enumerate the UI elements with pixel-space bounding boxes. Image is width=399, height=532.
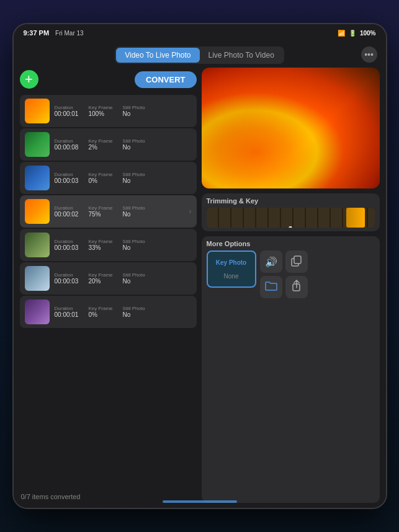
file-thumbnail bbox=[25, 99, 50, 123]
meta-label: Duration bbox=[55, 138, 79, 144]
file-thumbnail bbox=[25, 233, 50, 257]
meta-label: Still Photo bbox=[123, 306, 145, 311]
tab-bar: Video To Live Photo Live Photo To Video … bbox=[14, 42, 386, 68]
folder-option-button[interactable] bbox=[260, 276, 282, 298]
file-thumbnail bbox=[25, 299, 50, 324]
meta-value: No bbox=[123, 144, 145, 151]
convert-button[interactable]: CONVERT bbox=[135, 71, 197, 88]
meta-group: Key Frame0% bbox=[88, 306, 112, 318]
file-meta: Duration00:00:03Key Frame0%Still PhotoNo bbox=[55, 172, 192, 184]
trim-filmstrip bbox=[207, 208, 375, 228]
main-content: + CONVERT Duration00:00:01Key Frame100%S… bbox=[14, 68, 386, 508]
status-left: 9:37 PM Fri Mar 13 bbox=[24, 29, 84, 37]
meta-label: Still Photo bbox=[123, 172, 145, 177]
meta-label: Still Photo bbox=[123, 205, 145, 211]
meta-value: No bbox=[123, 110, 145, 117]
meta-value: 00:00:03 bbox=[55, 177, 79, 184]
meta-label: Duration bbox=[55, 172, 79, 177]
meta-value: 100% bbox=[88, 110, 112, 117]
meta-group: Still PhotoNo bbox=[123, 138, 145, 151]
meta-value: No bbox=[123, 244, 145, 251]
preview-area bbox=[202, 68, 380, 188]
home-indicator bbox=[163, 500, 237, 503]
folder-icon bbox=[265, 281, 277, 293]
key-photo-box[interactable]: Key Photo None bbox=[207, 250, 256, 288]
file-meta: Duration00:00:08Key Frame2%Still PhotoNo bbox=[55, 138, 192, 151]
meta-label: Key Frame bbox=[88, 138, 112, 144]
meta-value: 00:00:01 bbox=[55, 110, 79, 117]
meta-label: Duration bbox=[55, 272, 79, 278]
file-meta: Duration00:00:01Key Frame0%Still PhotoNo bbox=[55, 306, 192, 318]
meta-label: Key Frame bbox=[88, 306, 112, 311]
more-options-section: More Options Key Photo None 🔊 bbox=[202, 236, 380, 503]
meta-value: No bbox=[123, 211, 145, 218]
meta-label: Duration bbox=[55, 205, 79, 211]
meta-group: Duration00:00:01 bbox=[55, 306, 79, 318]
file-item[interactable]: Duration00:00:03Key Frame20%Still PhotoN… bbox=[20, 262, 197, 295]
meta-value: No bbox=[123, 311, 145, 318]
meta-value: No bbox=[123, 177, 145, 184]
file-item[interactable]: Duration00:00:03Key Frame33%Still PhotoN… bbox=[20, 229, 197, 261]
meta-label: Still Photo bbox=[123, 105, 145, 110]
options-buttons: 🔊 bbox=[260, 250, 308, 298]
fire-overlay bbox=[202, 68, 380, 188]
copy-option-button[interactable] bbox=[285, 250, 308, 273]
meta-group: Still PhotoNo bbox=[123, 172, 145, 184]
trimming-title: Trimming & Key bbox=[207, 197, 375, 205]
share-option-button[interactable] bbox=[285, 276, 308, 298]
file-item[interactable]: Duration00:00:08Key Frame2%Still PhotoNo bbox=[20, 128, 197, 161]
meta-group: Key Frame100% bbox=[88, 105, 112, 117]
meta-label: Still Photo bbox=[123, 272, 145, 278]
file-meta: Duration00:00:03Key Frame33%Still PhotoN… bbox=[55, 239, 192, 251]
more-options-title: More Options bbox=[207, 240, 375, 247]
meta-group: Duration00:00:03 bbox=[55, 272, 79, 285]
battery-pct: 100% bbox=[360, 30, 376, 37]
more-button[interactable]: ••• bbox=[361, 47, 377, 63]
meta-group: Key Frame20% bbox=[88, 272, 112, 285]
file-item[interactable]: Duration00:00:01Key Frame0%Still PhotoNo bbox=[20, 296, 197, 328]
tab-video-to-live[interactable]: Video To Live Photo bbox=[116, 48, 199, 63]
copy-icon bbox=[291, 255, 302, 268]
file-meta: Duration00:00:01Key Frame100%Still Photo… bbox=[55, 105, 192, 117]
file-meta: Duration00:00:02Key Frame75%Still PhotoN… bbox=[55, 205, 184, 218]
meta-label: Key Frame bbox=[88, 239, 112, 244]
status-right: 📶 🔋 100% bbox=[338, 30, 376, 37]
chevron-right-icon: › bbox=[189, 207, 192, 216]
add-button[interactable]: + bbox=[20, 70, 38, 89]
meta-group: Still PhotoNo bbox=[123, 306, 145, 318]
battery-icon: 🔋 bbox=[349, 30, 356, 37]
meta-value: 75% bbox=[88, 211, 112, 218]
right-panel: Trimming & Key More Options Key Photo bbox=[202, 68, 380, 503]
file-item[interactable]: Duration00:00:02Key Frame75%Still PhotoN… bbox=[20, 195, 197, 228]
meta-group: Duration00:00:03 bbox=[55, 172, 79, 184]
toolbar: + CONVERT bbox=[20, 68, 197, 91]
fire-preview bbox=[202, 68, 380, 188]
meta-value: 2% bbox=[88, 144, 112, 151]
meta-label: Key Frame bbox=[88, 172, 112, 177]
meta-group: Still PhotoNo bbox=[123, 205, 145, 218]
trim-indicator bbox=[289, 226, 292, 228]
ipad-frame: 9:37 PM Fri Mar 13 📶 🔋 100% Video To Liv… bbox=[14, 24, 386, 508]
meta-value: 00:00:03 bbox=[55, 278, 79, 285]
audio-option-button[interactable]: 🔊 bbox=[260, 250, 282, 273]
meta-group: Key Frame0% bbox=[88, 172, 112, 184]
meta-label: Still Photo bbox=[123, 138, 145, 144]
meta-label: Key Frame bbox=[88, 272, 112, 278]
date: Fri Mar 13 bbox=[55, 30, 84, 37]
file-meta: Duration00:00:03Key Frame20%Still PhotoN… bbox=[55, 272, 192, 285]
meta-group: Key Frame33% bbox=[88, 239, 112, 251]
none-label: None bbox=[224, 273, 239, 280]
file-thumbnail bbox=[25, 166, 50, 190]
meta-label: Key Frame bbox=[88, 205, 112, 211]
meta-value: 00:00:01 bbox=[55, 311, 79, 318]
file-list: Duration00:00:01Key Frame100%Still Photo… bbox=[20, 95, 197, 484]
meta-value: 00:00:02 bbox=[55, 211, 79, 218]
key-photo-label: Key Photo bbox=[216, 259, 246, 266]
tab-live-to-video[interactable]: Live Photo To Video bbox=[200, 48, 283, 63]
meta-label: Duration bbox=[55, 105, 79, 110]
trim-highlight bbox=[346, 208, 365, 228]
trim-track[interactable] bbox=[207, 208, 375, 228]
file-item[interactable]: Duration00:00:01Key Frame100%Still Photo… bbox=[20, 95, 197, 127]
meta-group: Key Frame2% bbox=[88, 138, 112, 151]
file-item[interactable]: Duration00:00:03Key Frame0%Still PhotoNo bbox=[20, 162, 197, 194]
